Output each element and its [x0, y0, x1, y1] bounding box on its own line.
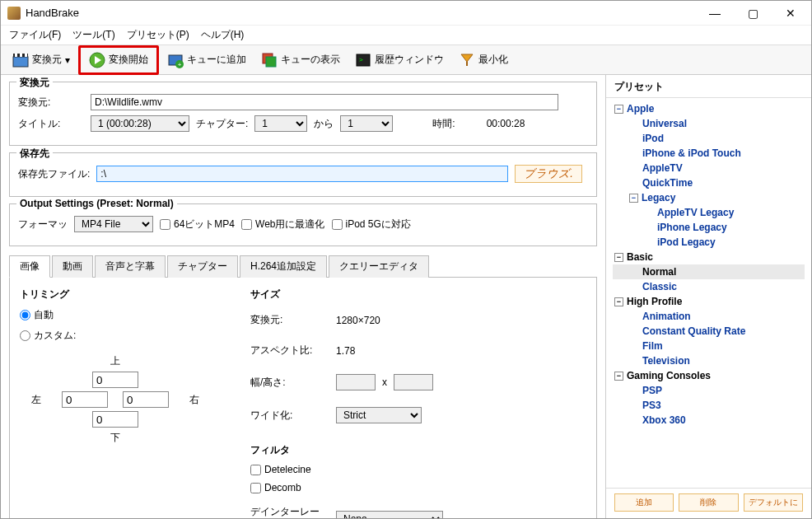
chk-64bit-box[interactable]	[160, 219, 170, 230]
preset-item[interactable]: AppleTV	[613, 161, 805, 175]
format-label: フォーマッ	[18, 217, 68, 231]
toolbar-add-queue[interactable]: + キューに追加	[161, 48, 253, 72]
main-panel: 変換元 変換元: タイトル: 1 (00:00:28) チャプター: 1 から …	[1, 75, 605, 518]
close-button[interactable]: ✕	[772, 2, 810, 25]
tab-audio[interactable]: 音声と字幕	[95, 255, 166, 278]
toolbar-history[interactable]: > 履歴ウィンドウ	[348, 48, 450, 72]
time-label: 時間:	[432, 117, 455, 131]
preset-item[interactable]: iPhone Legacy	[613, 220, 805, 235]
preset-item[interactable]: Film	[613, 339, 805, 353]
height-input[interactable]	[394, 374, 433, 390]
preset-add-button[interactable]: 追加	[614, 493, 674, 512]
tab-image[interactable]: 画像	[9, 255, 50, 278]
filter-title: フィルタ	[250, 443, 586, 457]
chk-web[interactable]: Web用に最適化	[241, 217, 324, 231]
title-label: タイトル:	[18, 117, 84, 131]
maximize-button[interactable]: ▢	[734, 2, 772, 25]
crop-bottom[interactable]	[92, 411, 138, 428]
preset-item[interactable]: PSP	[613, 383, 805, 398]
tab-query[interactable]: クエリーエディタ	[329, 255, 429, 278]
preset-group[interactable]: −High Profile	[613, 294, 805, 309]
expander-icon[interactable]: −	[614, 297, 623, 306]
toolbar-source[interactable]: 変換元 ▾	[6, 48, 77, 72]
menu-file[interactable]: ファイル(F)	[9, 28, 61, 42]
chk-ipod[interactable]: iPod 5Gに対応	[332, 217, 411, 231]
tab-h264[interactable]: H.264追加設定	[240, 255, 327, 278]
tab-video[interactable]: 動画	[52, 255, 93, 278]
svg-rect-2	[15, 54, 17, 57]
expander-icon[interactable]: −	[614, 372, 623, 381]
preset-tree: −AppleUniversaliPodiPhone & iPod TouchAp…	[606, 98, 811, 488]
tabs: 画像 動画 音声と字幕 チャプター H.264追加設定 クエリーエディタ	[9, 255, 597, 278]
preset-item[interactable]: Xbox 360	[613, 413, 805, 428]
preset-item[interactable]: PS3	[613, 398, 805, 413]
radio-custom-input[interactable]	[20, 330, 30, 341]
tab-chapters[interactable]: チャプター	[167, 255, 238, 278]
preset-del-button[interactable]: 削除	[679, 493, 738, 512]
browse-button[interactable]: ブラウズ.	[515, 165, 582, 183]
svg-marker-14	[461, 54, 473, 62]
preset-item[interactable]: Constant Quality Rate	[613, 324, 805, 339]
preset-group[interactable]: −Legacy	[613, 190, 805, 205]
toolbar-start[interactable]: 変換開始	[82, 48, 155, 72]
expander-icon[interactable]: −	[629, 194, 638, 203]
deinterlace-select[interactable]: None	[336, 511, 443, 518]
title-select[interactable]: 1 (00:00:28)	[91, 115, 189, 132]
preset-group[interactable]: −Gaming Consoles	[613, 368, 805, 383]
chk-64bit[interactable]: 64ビットMP4	[160, 217, 235, 231]
group-output-title: Output Settings (Preset: Normal)	[16, 198, 177, 209]
destination-input[interactable]	[96, 166, 508, 182]
preset-group-label: High Profile	[627, 296, 682, 307]
menu-presets[interactable]: プリセット(P)	[127, 28, 189, 42]
presets-title: プリセット	[606, 75, 811, 98]
chapter-from-select[interactable]: 1	[254, 115, 307, 132]
chk-web-box[interactable]	[241, 219, 252, 230]
menubar: ファイル(F) ツール(T) プリセット(P) ヘルプ(H)	[1, 26, 811, 45]
toolbar-show-queue-label: キューの表示	[281, 53, 340, 67]
minimize-icon	[459, 52, 475, 68]
minimize-button[interactable]: —	[696, 2, 734, 25]
chk-detelecine[interactable]: Detelecine	[250, 464, 586, 475]
preset-item[interactable]: iPod	[613, 131, 805, 146]
wide-label: ワイド化:	[250, 409, 329, 423]
toolbar-minimize[interactable]: 最小化	[452, 48, 515, 72]
preset-item[interactable]: QuickTime	[613, 175, 805, 190]
chk-ipod-box[interactable]	[332, 219, 343, 230]
preset-default-button[interactable]: デフォルトに	[744, 493, 803, 512]
preset-item[interactable]: Classic	[613, 279, 805, 294]
preset-item[interactable]: Animation	[613, 309, 805, 324]
preset-item[interactable]: iPhone & iPod Touch	[613, 146, 805, 161]
expander-icon[interactable]: −	[614, 253, 623, 262]
radio-custom[interactable]: カスタム:	[20, 329, 217, 343]
group-destination: 保存先 保存先ファイル: ブラウズ.	[9, 152, 597, 197]
source-path-input[interactable]	[91, 94, 558, 110]
radio-auto[interactable]: 自動	[20, 308, 217, 322]
preset-group[interactable]: −Apple	[613, 101, 805, 116]
preset-item[interactable]: Normal	[613, 264, 805, 279]
chapter-to-select[interactable]: 1	[340, 115, 393, 132]
toolbar-show-queue[interactable]: キューの表示	[254, 48, 347, 72]
menu-help[interactable]: ヘルプ(H)	[201, 28, 245, 42]
preset-item[interactable]: iPod Legacy	[613, 235, 805, 250]
preset-item[interactable]: AppleTV Legacy	[613, 205, 805, 220]
tab-image-body: トリミング 自動 カスタム: 上 左 右 下 サイズ 変換元:1280×720	[9, 278, 597, 518]
preset-item[interactable]: Universal	[613, 116, 805, 131]
menu-tools[interactable]: ツール(T)	[72, 28, 114, 42]
chk-decomb[interactable]: Decomb	[250, 482, 586, 493]
preset-item[interactable]: Television	[613, 353, 805, 368]
width-input[interactable]	[336, 374, 376, 390]
wide-select[interactable]: Strict	[336, 407, 422, 423]
format-select[interactable]: MP4 File	[74, 216, 153, 232]
crop-left[interactable]	[62, 391, 108, 408]
expander-icon[interactable]: −	[614, 105, 623, 114]
crop-right[interactable]	[123, 391, 169, 408]
sidebar-presets: プリセット −AppleUniversaliPodiPhone & iPod T…	[605, 75, 811, 518]
wh-label: 幅/高さ:	[250, 376, 329, 390]
time-value: 00:00:28	[487, 118, 525, 129]
queue-show-icon	[261, 52, 278, 68]
app-icon	[7, 7, 21, 20]
crop-top[interactable]	[92, 372, 138, 388]
radio-auto-input[interactable]	[20, 310, 30, 320]
play-icon	[89, 52, 105, 68]
preset-group[interactable]: −Basic	[613, 250, 805, 264]
